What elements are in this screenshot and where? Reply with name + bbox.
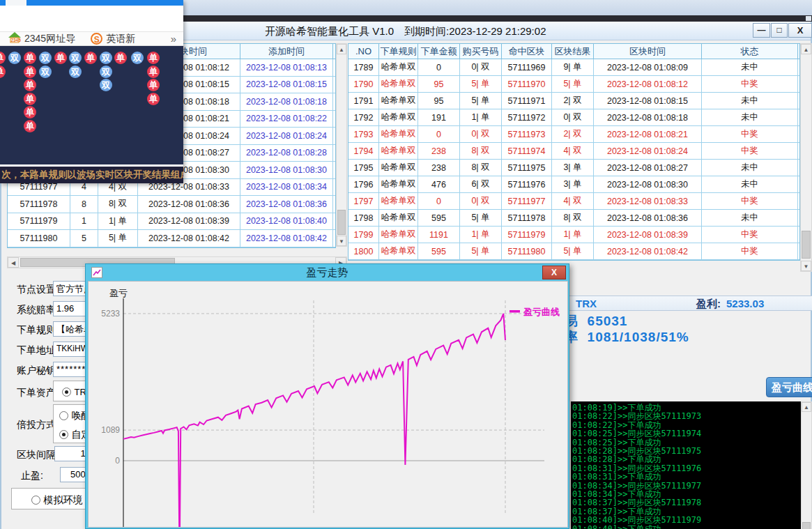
table-cell: 1| 单 — [460, 227, 502, 243]
asset-radio-trx[interactable] — [62, 388, 71, 397]
table-row[interactable]: 1789哈希单双00| 双571119699| 单2023-12-08 01:0… — [348, 59, 799, 76]
road-dot-odd: 单 — [147, 52, 160, 64]
table-cell: 2023-12-08 01:08:18 — [240, 93, 333, 110]
sim-env-radio[interactable] — [31, 496, 40, 505]
road-dot-even: 双 — [131, 52, 144, 64]
road-dot-even: 双 — [69, 52, 82, 64]
table-row[interactable]: 1793哈希单双00| 双571119732| 双2023-12-08 01:0… — [348, 126, 799, 143]
scroll-down-icon[interactable]: ▼ — [337, 236, 346, 246]
table-row[interactable]: 1797哈希单双00| 双571119774| 双2023-12-08 01:0… — [348, 193, 799, 210]
console-vscrollbar[interactable]: ▲ ≡ ▼ — [801, 401, 812, 529]
table-cell: 2| 双 — [552, 126, 594, 142]
column-header[interactable]: 添加时间 — [240, 44, 333, 59]
orders-table-vscroll-thumb[interactable] — [802, 231, 811, 259]
chart-window-title[interactable]: 盈亏走势 — [86, 264, 569, 281]
log-line: 01:08:25]>>同步区块57111974 — [572, 429, 801, 438]
table-cell: 0| 双 — [460, 126, 502, 142]
table-cell: 哈希单双 — [379, 93, 418, 109]
scroll-up-icon[interactable]: ▲ — [802, 402, 811, 412]
table-row[interactable]: 5711197888| 双2023-12-08 01:08:362023-12-… — [8, 196, 335, 213]
road-dot-odd: 单 — [24, 66, 36, 78]
table-cell: 未中 — [702, 160, 798, 176]
table-cell: 238 — [418, 160, 460, 176]
road-dot-even: 双 — [69, 66, 82, 78]
orders-table-vscrollbar[interactable]: ▲ ▼ — [800, 43, 812, 272]
svg-text:5233: 5233 — [101, 309, 120, 319]
column-header[interactable]: 命中区块 — [502, 44, 552, 59]
table-cell: 95 — [418, 76, 460, 92]
table-cell: 57111973 — [502, 126, 552, 142]
column-header[interactable]: 状态 — [702, 44, 798, 59]
table-cell: 2023-12-08 01:08:42 — [240, 230, 333, 247]
table-cell: 8| 双 — [460, 143, 502, 159]
close-button[interactable]: X — [788, 23, 812, 38]
table-cell: 8| 双 — [552, 210, 594, 226]
table-cell: 中奖 — [702, 76, 798, 92]
table-cell: 9| 单 — [552, 59, 594, 75]
table-cell: 哈希单双 — [379, 59, 418, 75]
table-row[interactable]: 1792哈希单双1911| 单571119720| 双2023-12-08 01… — [348, 109, 799, 126]
table-cell: 2023-12-08 01:08:39 — [138, 213, 240, 230]
table-cell: 57111972 — [502, 109, 552, 125]
secret-key-label: 账户秘钥 — [17, 365, 56, 377]
chart-close-button[interactable]: X — [542, 266, 566, 279]
table-row[interactable]: 1796哈希单双4766| 双571119763| 单2023-12-08 01… — [348, 176, 799, 193]
left-table-vscrollbar[interactable]: ▲ ▼ — [336, 43, 347, 247]
column-header[interactable]: 下单金额 — [418, 44, 460, 59]
minimize-button[interactable]: — — [753, 23, 770, 38]
table-cell: 中奖 — [702, 193, 798, 209]
road-map-panel: ︽ 单单双单单单单单单双双单双双单双双双单双单单单单 — [0, 46, 183, 164]
table-cell: 2023-12-08 01:08:36 — [594, 210, 702, 226]
table-cell: 5| 单 — [98, 230, 138, 247]
table-cell: 3| 单 — [552, 160, 594, 176]
browser-titlebar[interactable] — [0, 0, 183, 6]
table-cell: 2| 双 — [552, 93, 594, 109]
table-cell: 哈希单双 — [379, 193, 418, 209]
table-row[interactable]: 1794哈希单双2388| 双571119744| 双2023-12-08 01… — [348, 143, 799, 160]
table-row[interactable]: 1798哈希单双5955| 单571119788| 双2023-12-08 01… — [348, 210, 799, 227]
console-vscroll-thumb[interactable]: ≡ — [802, 522, 811, 529]
legend-label: 盈亏曲线 — [523, 307, 560, 317]
table-row[interactable]: 5711197911| 单2023-12-08 01:08:392023-12-… — [8, 213, 335, 231]
block-interval-label: 区块间隔 — [17, 449, 56, 461]
table-cell: 中奖 — [702, 227, 798, 243]
column-header[interactable]: 下单规则 — [379, 44, 418, 59]
table-cell: 5| 单 — [460, 243, 502, 259]
column-header[interactable]: 区块结果 — [552, 44, 594, 59]
table-row[interactable]: 1791哈希单双955| 单571119712| 双2023-12-08 01:… — [348, 93, 799, 109]
table-cell: 57111980 — [502, 243, 552, 259]
scroll-left-icon[interactable]: ◀ — [8, 257, 19, 268]
bookmark-english-label[interactable]: 英语新 — [106, 33, 135, 45]
log-console[interactable]: 01:08:19]>>下单成功01:08:22]>>同步区块5711197301… — [571, 401, 801, 529]
browser-tab[interactable] — [6, 0, 26, 6]
table-cell: 1790 — [348, 76, 379, 92]
table-cell: 未中 — [702, 93, 798, 109]
maximize-button[interactable]: □ — [771, 23, 788, 38]
table-cell: 1791 — [348, 93, 379, 109]
bet-mode-radio-wake[interactable] — [59, 411, 68, 420]
table-cell: 2023-12-08 01:08:40 — [240, 213, 333, 230]
bookmark-2345-label[interactable]: 2345网址导 — [24, 33, 75, 45]
bookmarks-overflow-chevron[interactable]: » — [171, 33, 176, 45]
table-row[interactable]: 5711198055| 单2023-12-08 01:08:422023-12-… — [8, 230, 335, 247]
left-table-vscroll-thumb[interactable] — [337, 210, 346, 235]
table-cell: 未中 — [702, 210, 798, 226]
trades-value: 65031 — [588, 314, 628, 328]
table-cell: 476 — [418, 176, 460, 192]
column-header[interactable]: 购买号码 — [460, 44, 502, 59]
scroll-down-icon[interactable]: ▼ — [801, 261, 811, 271]
scroll-up-icon[interactable]: ▲ — [337, 44, 346, 54]
table-row[interactable]: 1799哈希单双11911| 单571119791| 单2023-12-08 0… — [348, 227, 799, 243]
road-dot-odd: 单 — [24, 52, 36, 64]
table-row[interactable]: 1800哈希单双5955| 单571119805| 单2023-12-08 01… — [348, 243, 799, 260]
table-cell: 57111977 — [502, 193, 552, 209]
table-cell: 未中 — [702, 59, 798, 75]
table-row[interactable]: 1790哈希单双955| 单571119705| 单2023-12-08 01:… — [348, 76, 799, 93]
table-cell: 57111971 — [502, 93, 552, 109]
table-row[interactable]: 1795哈希单双2388| 双571119753| 单2023-12-08 01… — [348, 160, 799, 176]
scroll-up-icon[interactable]: ▲ — [801, 44, 811, 54]
profit-curve-button[interactable]: 盈亏曲线 — [766, 377, 812, 397]
bet-mode-radio-custom[interactable] — [59, 430, 68, 439]
column-header[interactable]: 区块时间 — [594, 44, 702, 59]
column-header[interactable]: .NO — [348, 44, 379, 59]
